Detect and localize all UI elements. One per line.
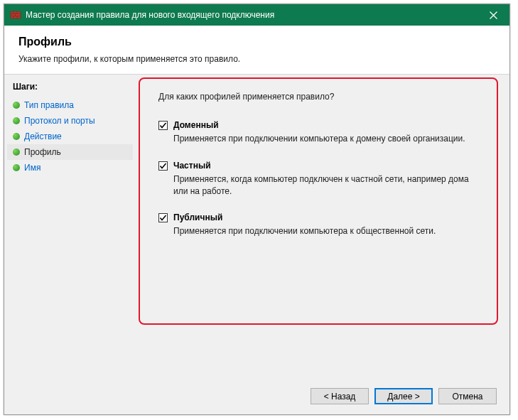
- page-subtitle: Укажите профили, к которым применяется э…: [18, 54, 495, 64]
- close-icon: [490, 11, 497, 19]
- checkbox-public[interactable]: [158, 213, 168, 222]
- wizard-main: Для каких профилей применяется правило? …: [136, 75, 509, 379]
- step-label: Протокол и порты: [24, 116, 95, 126]
- step-action[interactable]: Действие: [7, 129, 133, 144]
- firewall-icon: [10, 9, 21, 21]
- checkbox-row-private: Частный: [158, 161, 484, 171]
- step-profile[interactable]: Профиль: [7, 144, 133, 160]
- bullet-icon: [13, 133, 20, 140]
- step-label: Тип правила: [24, 100, 74, 110]
- steps-sidebar: Шаги: Тип правила Протокол и порты Дейст…: [4, 75, 136, 379]
- content-area: Для каких профилей применяется правило? …: [139, 75, 498, 267]
- checkbox-label-public: Публичный: [173, 212, 222, 222]
- wizard-header: Профиль Укажите профили, к которым приме…: [4, 26, 509, 75]
- back-button[interactable]: < Назад: [311, 388, 369, 404]
- cancel-button[interactable]: Отмена: [438, 388, 497, 404]
- checkbox-desc-public: Применяется при подключении компьютера к…: [173, 225, 484, 237]
- bullet-icon: [13, 149, 20, 156]
- checkbox-desc-domain: Применяется при подключении компьютера к…: [173, 133, 484, 145]
- checkbox-private[interactable]: [158, 161, 168, 171]
- step-label: Действие: [24, 131, 62, 141]
- checkbox-label-private: Частный: [173, 161, 211, 171]
- step-label: Имя: [24, 163, 41, 173]
- window-title: Мастер создания правила для нового входя…: [26, 10, 477, 20]
- question-text: Для каких профилей применяется правило?: [158, 92, 484, 102]
- checkbox-domain[interactable]: [158, 121, 168, 130]
- checkbox-label-domain: Доменный: [173, 120, 219, 130]
- checkbox-desc-private: Применяется, когда компьютер подключен к…: [173, 173, 484, 198]
- wizard-footer: < Назад Далее > Отмена: [4, 379, 509, 414]
- check-icon: [159, 214, 167, 222]
- check-icon: [159, 122, 167, 129]
- bullet-icon: [13, 102, 20, 109]
- step-rule-type[interactable]: Тип правила: [7, 97, 133, 113]
- bullet-icon: [13, 117, 20, 124]
- close-button[interactable]: [477, 4, 509, 26]
- step-protocol-ports[interactable]: Протокол и порты: [7, 113, 133, 129]
- titlebar: Мастер создания правила для нового входя…: [4, 4, 509, 26]
- step-name[interactable]: Имя: [7, 160, 133, 176]
- wizard-window: Мастер создания правила для нового входя…: [4, 4, 510, 415]
- wizard-body: Шаги: Тип правила Протокол и порты Дейст…: [4, 75, 509, 379]
- checkbox-row-public: Публичный: [158, 212, 484, 222]
- steps-heading: Шаги:: [7, 82, 133, 97]
- next-button[interactable]: Далее >: [374, 388, 433, 404]
- page-title: Профиль: [18, 36, 495, 48]
- checkbox-row-domain: Доменный: [158, 120, 484, 130]
- bullet-icon: [13, 164, 20, 171]
- svg-rect-0: [11, 11, 21, 18]
- check-icon: [159, 162, 167, 170]
- step-label: Профиль: [24, 147, 61, 157]
